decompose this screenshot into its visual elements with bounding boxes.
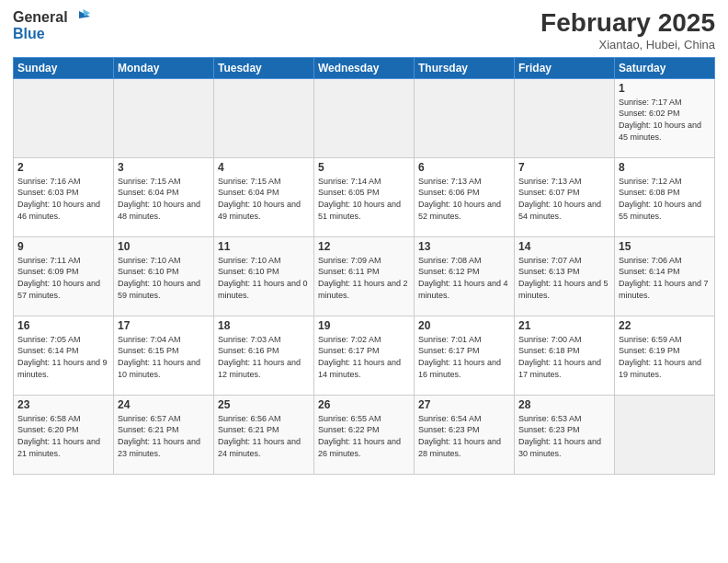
calendar-cell: 10Sunrise: 7:10 AM Sunset: 6:10 PM Dayli…	[114, 236, 214, 316]
day-number: 14	[518, 240, 610, 253]
calendar-cell: 1Sunrise: 7:17 AM Sunset: 6:02 PM Daylig…	[615, 78, 715, 157]
day-number: 18	[218, 319, 310, 332]
day-info: Sunrise: 6:58 AM Sunset: 6:20 PM Dayligh…	[17, 413, 109, 459]
day-info: Sunrise: 7:03 AM Sunset: 6:16 PM Dayligh…	[218, 334, 310, 380]
weekday-header-sunday: Sunday	[14, 57, 114, 78]
calendar-cell: 5Sunrise: 7:14 AM Sunset: 6:05 PM Daylig…	[314, 157, 415, 236]
calendar-cell: 27Sunrise: 6:54 AM Sunset: 6:23 PM Dayli…	[415, 395, 515, 474]
day-number: 28	[518, 398, 610, 411]
day-number: 23	[17, 398, 109, 411]
calendar-cell	[515, 78, 615, 157]
weekday-header-thursday: Thursday	[415, 57, 515, 78]
day-number: 8	[619, 161, 711, 174]
header: General Blue February 2025 Xiantao, Hube…	[13, 9, 715, 52]
calendar-cell: 11Sunrise: 7:10 AM Sunset: 6:10 PM Dayli…	[214, 236, 314, 316]
weekday-header-wednesday: Wednesday	[314, 57, 415, 78]
day-info: Sunrise: 7:14 AM Sunset: 6:05 PM Dayligh…	[318, 176, 410, 222]
calendar-cell: 7Sunrise: 7:13 AM Sunset: 6:07 PM Daylig…	[515, 157, 615, 236]
day-number: 7	[518, 161, 610, 174]
day-info: Sunrise: 6:54 AM Sunset: 6:23 PM Dayligh…	[418, 413, 510, 459]
calendar-cell: 22Sunrise: 6:59 AM Sunset: 6:19 PM Dayli…	[615, 316, 715, 395]
calendar-cell	[214, 78, 314, 157]
day-number: 24	[118, 398, 210, 411]
day-info: Sunrise: 7:11 AM Sunset: 6:09 PM Dayligh…	[17, 255, 109, 301]
day-info: Sunrise: 7:17 AM Sunset: 6:02 PM Dayligh…	[619, 97, 711, 143]
day-number: 16	[17, 319, 109, 332]
logo-blue: Blue	[13, 26, 90, 42]
day-info: Sunrise: 7:12 AM Sunset: 6:08 PM Dayligh…	[619, 176, 711, 222]
calendar-cell: 18Sunrise: 7:03 AM Sunset: 6:16 PM Dayli…	[214, 316, 314, 395]
day-number: 2	[17, 161, 109, 174]
day-info: Sunrise: 6:55 AM Sunset: 6:22 PM Dayligh…	[318, 413, 410, 459]
calendar-cell	[14, 78, 114, 157]
day-number: 5	[318, 161, 410, 174]
calendar-cell: 3Sunrise: 7:15 AM Sunset: 6:04 PM Daylig…	[114, 157, 214, 236]
day-info: Sunrise: 7:04 AM Sunset: 6:15 PM Dayligh…	[118, 334, 210, 380]
day-info: Sunrise: 7:01 AM Sunset: 6:17 PM Dayligh…	[418, 334, 510, 380]
calendar-cell: 12Sunrise: 7:09 AM Sunset: 6:11 PM Dayli…	[314, 236, 415, 316]
day-number: 21	[518, 319, 610, 332]
day-info: Sunrise: 7:10 AM Sunset: 6:10 PM Dayligh…	[218, 255, 310, 301]
calendar-cell: 17Sunrise: 7:04 AM Sunset: 6:15 PM Dayli…	[114, 316, 214, 395]
day-number: 17	[118, 319, 210, 332]
calendar-cell	[114, 78, 214, 157]
title-block: February 2025 Xiantao, Hubei, China	[540, 9, 715, 52]
day-number: 10	[118, 240, 210, 253]
day-info: Sunrise: 7:16 AM Sunset: 6:03 PM Dayligh…	[17, 176, 109, 222]
logo: General Blue	[13, 9, 90, 43]
calendar-cell: 23Sunrise: 6:58 AM Sunset: 6:20 PM Dayli…	[14, 395, 114, 474]
day-number: 6	[418, 161, 510, 174]
calendar-cell	[314, 78, 415, 157]
day-info: Sunrise: 7:13 AM Sunset: 6:07 PM Dayligh…	[518, 176, 610, 222]
day-info: Sunrise: 7:15 AM Sunset: 6:04 PM Dayligh…	[118, 176, 210, 222]
calendar: SundayMondayTuesdayWednesdayThursdayFrid…	[13, 57, 715, 475]
calendar-cell: 2Sunrise: 7:16 AM Sunset: 6:03 PM Daylig…	[14, 157, 114, 236]
day-number: 20	[418, 319, 510, 332]
day-info: Sunrise: 7:09 AM Sunset: 6:11 PM Dayligh…	[318, 255, 410, 301]
day-number: 26	[318, 398, 410, 411]
calendar-cell: 21Sunrise: 7:00 AM Sunset: 6:18 PM Dayli…	[515, 316, 615, 395]
weekday-header-friday: Friday	[515, 57, 615, 78]
day-number: 9	[17, 240, 109, 253]
day-info: Sunrise: 6:56 AM Sunset: 6:21 PM Dayligh…	[218, 413, 310, 459]
day-number: 15	[619, 240, 711, 253]
day-number: 13	[418, 240, 510, 253]
day-number: 12	[318, 240, 410, 253]
day-number: 1	[619, 82, 711, 95]
weekday-header-saturday: Saturday	[615, 57, 715, 78]
logo-general: General	[13, 9, 68, 26]
calendar-cell: 13Sunrise: 7:08 AM Sunset: 6:12 PM Dayli…	[415, 236, 515, 316]
calendar-cell: 15Sunrise: 7:06 AM Sunset: 6:14 PM Dayli…	[615, 236, 715, 316]
logo-bird-icon	[70, 9, 90, 26]
calendar-cell: 25Sunrise: 6:56 AM Sunset: 6:21 PM Dayli…	[214, 395, 314, 474]
day-info: Sunrise: 7:06 AM Sunset: 6:14 PM Dayligh…	[619, 255, 711, 301]
day-info: Sunrise: 7:07 AM Sunset: 6:13 PM Dayligh…	[518, 255, 610, 301]
day-number: 3	[118, 161, 210, 174]
calendar-cell: 20Sunrise: 7:01 AM Sunset: 6:17 PM Dayli…	[415, 316, 515, 395]
weekday-header-monday: Monday	[114, 57, 214, 78]
day-info: Sunrise: 7:05 AM Sunset: 6:14 PM Dayligh…	[17, 334, 109, 380]
day-info: Sunrise: 7:00 AM Sunset: 6:18 PM Dayligh…	[518, 334, 610, 380]
month-title: February 2025	[540, 9, 715, 38]
day-info: Sunrise: 7:02 AM Sunset: 6:17 PM Dayligh…	[318, 334, 410, 380]
calendar-cell: 26Sunrise: 6:55 AM Sunset: 6:22 PM Dayli…	[314, 395, 415, 474]
weekday-header-tuesday: Tuesday	[214, 57, 314, 78]
calendar-cell: 9Sunrise: 7:11 AM Sunset: 6:09 PM Daylig…	[14, 236, 114, 316]
day-info: Sunrise: 6:59 AM Sunset: 6:19 PM Dayligh…	[619, 334, 711, 380]
calendar-cell: 19Sunrise: 7:02 AM Sunset: 6:17 PM Dayli…	[314, 316, 415, 395]
day-info: Sunrise: 6:53 AM Sunset: 6:23 PM Dayligh…	[518, 413, 610, 459]
subtitle: Xiantao, Hubei, China	[540, 38, 715, 52]
calendar-cell: 6Sunrise: 7:13 AM Sunset: 6:06 PM Daylig…	[415, 157, 515, 236]
calendar-cell	[415, 78, 515, 157]
day-info: Sunrise: 7:10 AM Sunset: 6:10 PM Dayligh…	[118, 255, 210, 301]
day-number: 25	[218, 398, 310, 411]
calendar-cell: 14Sunrise: 7:07 AM Sunset: 6:13 PM Dayli…	[515, 236, 615, 316]
day-number: 4	[218, 161, 310, 174]
calendar-cell: 8Sunrise: 7:12 AM Sunset: 6:08 PM Daylig…	[615, 157, 715, 236]
calendar-cell	[615, 395, 715, 474]
day-info: Sunrise: 7:08 AM Sunset: 6:12 PM Dayligh…	[418, 255, 510, 301]
day-number: 19	[318, 319, 410, 332]
day-number: 11	[218, 240, 310, 253]
day-info: Sunrise: 7:13 AM Sunset: 6:06 PM Dayligh…	[418, 176, 510, 222]
day-number: 27	[418, 398, 510, 411]
